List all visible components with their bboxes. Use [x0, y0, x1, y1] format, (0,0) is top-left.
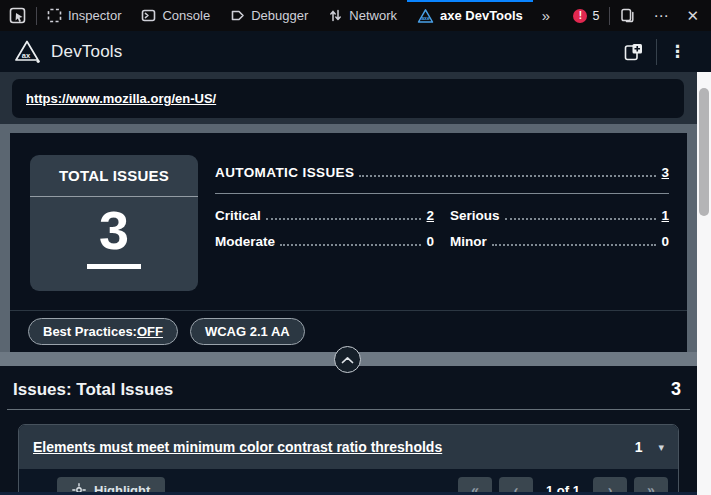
- add-page-icon: [622, 41, 644, 63]
- tabbar-end-controls: ! 5 ⋯ ✕: [565, 0, 711, 31]
- automatic-issues-value-link[interactable]: 3: [661, 165, 669, 180]
- tabs-overflow-button[interactable]: »: [533, 0, 559, 31]
- tab-inspector[interactable]: Inspector: [37, 0, 131, 31]
- issues-total-count: 3: [671, 379, 681, 400]
- header-actions: ⋮: [610, 39, 699, 65]
- severity-label: Serious: [450, 208, 500, 223]
- dot-leader: [505, 218, 657, 220]
- axe-logo-icon: ax: [14, 39, 41, 64]
- console-icon: [141, 8, 156, 23]
- svg-text:axe: axe: [421, 15, 430, 21]
- extension-title: DevTools: [51, 42, 123, 62]
- network-icon: [328, 8, 343, 23]
- severity-row-critical: Critical 2: [215, 208, 434, 223]
- devtools-window: Inspector Console Debugger Network axe a…: [0, 0, 711, 495]
- issue-card-header[interactable]: Elements must meet minimum color contras…: [19, 425, 678, 469]
- summary-divider: [10, 310, 687, 311]
- total-issues-label: TOTAL ISSUES: [30, 155, 198, 197]
- issues-section: Issues: Total Issues 3 Elements must mee…: [0, 366, 697, 495]
- error-count-button[interactable]: ! 5: [565, 9, 607, 23]
- new-scan-button[interactable]: [610, 41, 656, 63]
- svg-text:ax: ax: [22, 51, 31, 60]
- tabbar-separator: [609, 7, 610, 25]
- severity-value-link[interactable]: 2: [426, 208, 434, 223]
- tab-network-label: Network: [349, 8, 397, 23]
- debugger-icon: [230, 8, 245, 23]
- dot-leader: [280, 244, 421, 246]
- wcag-badge[interactable]: WCAG 2.1 AA: [190, 318, 305, 345]
- error-count: 5: [592, 9, 599, 23]
- severity-label: Minor: [450, 234, 487, 249]
- wcag-label: WCAG 2.1 AA: [205, 324, 290, 339]
- tab-debugger[interactable]: Debugger: [220, 0, 318, 31]
- tab-debugger-label: Debugger: [251, 8, 308, 23]
- tab-axe-devtools-label: axe DevTools: [440, 8, 523, 23]
- chevron-up-icon: [341, 356, 354, 364]
- close-devtools-button[interactable]: ✕: [678, 0, 707, 31]
- severity-row-serious: Serious 1: [450, 208, 669, 223]
- tab-console[interactable]: Console: [131, 0, 220, 31]
- issue-card: Elements must meet minimum color contras…: [18, 424, 679, 495]
- summary-metrics: AUTOMATIC ISSUES 3 Critical 2 Serious 1 …: [215, 165, 669, 249]
- element-picker-button[interactable]: [0, 0, 36, 31]
- element-picker-icon: [9, 7, 26, 24]
- axe-brand: ax DevTools: [14, 39, 123, 64]
- severity-row-minor: Minor 0: [450, 234, 669, 249]
- severity-value: 0: [426, 234, 434, 249]
- chevron-down-icon[interactable]: ▾: [658, 441, 664, 454]
- dot-leader: [492, 244, 657, 246]
- severity-label: Moderate: [215, 234, 275, 249]
- severity-label: Critical: [215, 208, 261, 223]
- collapse-summary-button[interactable]: [334, 346, 361, 373]
- tab-inspector-label: Inspector: [68, 8, 121, 23]
- issues-divider: [7, 409, 690, 410]
- scanned-url-section: https://www.mozilla.org/en-US/: [0, 72, 697, 124]
- error-icon: !: [573, 9, 587, 23]
- inspector-icon: [47, 8, 62, 23]
- total-issues-value-link[interactable]: 3: [87, 201, 141, 269]
- total-issues-card: TOTAL ISSUES 3: [30, 155, 198, 291]
- dot-leader: [359, 175, 656, 177]
- dot-leader: [266, 218, 422, 220]
- summary-panel: TOTAL ISSUES 3 AUTOMATIC ISSUES 3 Critic…: [10, 133, 687, 352]
- scanned-url-link[interactable]: https://www.mozilla.org/en-US/: [26, 91, 216, 106]
- kebab-menu-button[interactable]: ⋮: [657, 41, 699, 62]
- metrics-divider: [215, 193, 669, 194]
- tab-console-label: Console: [162, 8, 210, 23]
- issue-rule-link[interactable]: Elements must meet minimum color contras…: [33, 439, 442, 455]
- best-practices-badge[interactable]: Best Practices: OFF: [28, 318, 178, 345]
- severity-grid: Critical 2 Serious 1 Moderate 0 Minor: [215, 208, 669, 249]
- scanned-url-pill: https://www.mozilla.org/en-US/: [12, 79, 684, 118]
- devtools-tabbar: Inspector Console Debugger Network axe a…: [0, 0, 711, 31]
- responsive-design-mode-button[interactable]: [612, 0, 643, 31]
- scrollbar-thumb[interactable]: [699, 88, 709, 216]
- axe-devtools-header: ax DevTools ⋮: [0, 31, 711, 72]
- tab-axe-devtools[interactable]: axe axe DevTools: [407, 0, 533, 31]
- severity-value-link[interactable]: 1: [661, 208, 669, 223]
- scan-option-badges: Best Practices: OFF WCAG 2.1 AA: [28, 318, 305, 345]
- best-practices-state-link: OFF: [137, 324, 163, 339]
- automatic-issues-row: AUTOMATIC ISSUES 3: [215, 165, 669, 180]
- best-practices-label: Best Practices:: [43, 324, 137, 339]
- responsive-design-icon: [620, 8, 635, 23]
- axe-logo-icon: axe: [417, 8, 434, 24]
- severity-row-moderate: Moderate 0: [215, 234, 434, 249]
- automatic-issues-label: AUTOMATIC ISSUES: [215, 165, 354, 180]
- scrollbar-track[interactable]: [697, 72, 711, 495]
- severity-value: 0: [661, 234, 669, 249]
- tab-network[interactable]: Network: [318, 0, 407, 31]
- issue-count: 1: [635, 439, 659, 455]
- meatball-menu-button[interactable]: ⋯: [645, 0, 676, 31]
- issues-heading: Issues: Total Issues: [13, 380, 173, 400]
